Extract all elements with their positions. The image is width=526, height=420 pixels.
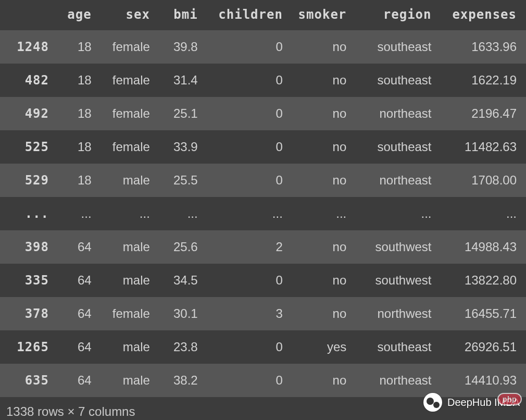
header-index	[0, 0, 53, 30]
cell-smoker: yes	[287, 330, 350, 364]
cell-region: southeast	[350, 130, 435, 164]
cell-smoker: no	[287, 64, 350, 97]
cell-sex: female	[96, 97, 154, 130]
cell-children: 2	[202, 230, 287, 264]
header-smoker: smoker	[287, 0, 350, 30]
row-index: 529	[0, 164, 53, 197]
cell-sex: male	[96, 230, 154, 264]
cell-smoker: no	[287, 230, 350, 264]
cell-smoker: no	[287, 30, 350, 64]
cell-bmi: 23.8	[154, 330, 202, 364]
cell-sex: female	[96, 130, 154, 164]
cell-children: 3	[202, 297, 287, 330]
cell-sex: male	[96, 264, 154, 297]
cell-sex: ...	[96, 197, 154, 230]
header-age: age	[53, 0, 96, 30]
cell-age: ...	[53, 197, 96, 230]
cell-bmi: ...	[154, 197, 202, 230]
cell-bmi: 39.8	[154, 30, 202, 64]
cell-region: southeast	[350, 64, 435, 97]
cell-region: southeast	[350, 30, 435, 64]
cell-age: 18	[53, 130, 96, 164]
cell-smoker: no	[287, 130, 350, 164]
cell-children: 0	[202, 364, 287, 397]
header-row: age sex bmi children smoker region expen…	[0, 0, 526, 30]
row-index: 398	[0, 230, 53, 264]
table-row: 1265 64 male 23.8 0 yes southeast 26926.…	[0, 330, 526, 364]
cell-sex: male	[96, 164, 154, 197]
row-index: 1248	[0, 30, 53, 64]
cell-sex: male	[96, 364, 154, 397]
cell-expenses: 11482.63	[436, 130, 526, 164]
cell-expenses: 1633.96	[436, 30, 526, 64]
cell-age: 18	[53, 97, 96, 130]
header-children: children	[202, 0, 287, 30]
cell-expenses: 14988.43	[436, 230, 526, 264]
cell-sex: female	[96, 297, 154, 330]
cell-expenses: 16455.71	[436, 297, 526, 330]
table-row: 398 64 male 25.6 2 no southwest 14988.43	[0, 230, 526, 264]
row-index: 635	[0, 364, 53, 397]
cell-smoker: ...	[287, 197, 350, 230]
cell-region: northeast	[350, 364, 435, 397]
row-index: 482	[0, 64, 53, 97]
table-row: 529 18 male 25.5 0 no northeast 1708.00	[0, 164, 526, 197]
table-row: 335 64 male 34.5 0 no southwest 13822.80	[0, 264, 526, 297]
cell-age: 18	[53, 164, 96, 197]
cell-expenses: 1622.19	[436, 64, 526, 97]
cell-expenses: ...	[436, 197, 526, 230]
cell-age: 64	[53, 297, 96, 330]
row-index: ...	[0, 197, 53, 230]
row-index: 1265	[0, 330, 53, 364]
cell-smoker: no	[287, 164, 350, 197]
cell-age: 18	[53, 64, 96, 97]
cell-children: 0	[202, 30, 287, 64]
cell-bmi: 31.4	[154, 64, 202, 97]
row-index: 525	[0, 130, 53, 164]
cell-smoker: no	[287, 264, 350, 297]
cell-bmi: 33.9	[154, 130, 202, 164]
table-row: 482 18 female 31.4 0 no southeast 1622.1…	[0, 64, 526, 97]
data-table: age sex bmi children smoker region expen…	[0, 0, 526, 397]
cell-children: 0	[202, 330, 287, 364]
cell-smoker: no	[287, 97, 350, 130]
cell-children: 0	[202, 64, 287, 97]
cell-region: northeast	[350, 97, 435, 130]
table-row: 492 18 female 25.1 0 no northeast 2196.4…	[0, 97, 526, 130]
cell-expenses: 2196.47	[436, 97, 526, 130]
cell-age: 64	[53, 230, 96, 264]
cell-expenses: 1708.00	[436, 164, 526, 197]
cell-sex: female	[96, 30, 154, 64]
cell-expenses: 26926.51	[436, 330, 526, 364]
table-row: 525 18 female 33.9 0 no southeast 11482.…	[0, 130, 526, 164]
header-bmi: bmi	[154, 0, 202, 30]
cell-bmi: 38.2	[154, 364, 202, 397]
cell-sex: female	[96, 64, 154, 97]
cell-age: 18	[53, 30, 96, 64]
cell-bmi: 25.1	[154, 97, 202, 130]
cell-region: northwest	[350, 297, 435, 330]
header-region: region	[350, 0, 435, 30]
table-row: 1248 18 female 39.8 0 no southeast 1633.…	[0, 30, 526, 64]
table-row: 378 64 female 30.1 3 no northwest 16455.…	[0, 297, 526, 330]
cell-age: 64	[53, 364, 96, 397]
row-index: 492	[0, 97, 53, 130]
cell-region: ...	[350, 197, 435, 230]
dataframe-table: age sex bmi children smoker region expen…	[0, 0, 526, 419]
cell-region: southwest	[350, 230, 435, 264]
cell-region: northeast	[350, 164, 435, 197]
cell-region: southeast	[350, 330, 435, 364]
cell-children: ...	[202, 197, 287, 230]
cell-bmi: 30.1	[154, 297, 202, 330]
cell-children: 0	[202, 264, 287, 297]
cell-age: 64	[53, 264, 96, 297]
header-sex: sex	[96, 0, 154, 30]
row-index: 378	[0, 297, 53, 330]
cell-children: 0	[202, 97, 287, 130]
cell-region: southwest	[350, 264, 435, 297]
cell-expenses: 14410.93	[436, 364, 526, 397]
table-row-ellipsis: ... ... ... ... ... ... ... ...	[0, 197, 526, 230]
table-shape-summary: 1338 rows × 7 columns	[0, 397, 526, 419]
cell-bmi: 25.5	[154, 164, 202, 197]
cell-children: 0	[202, 130, 287, 164]
